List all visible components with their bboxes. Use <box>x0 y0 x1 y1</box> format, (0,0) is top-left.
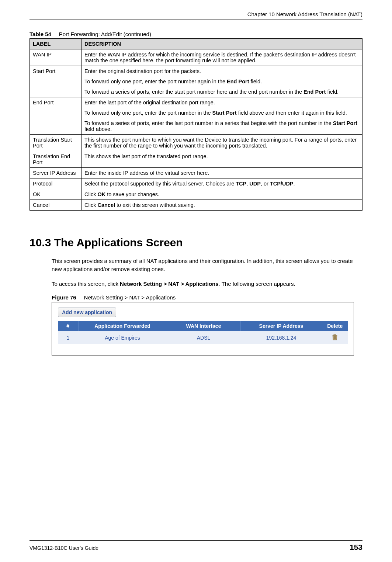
bold-span: End Port <box>303 89 326 95</box>
th-num: # <box>58 321 78 331</box>
text-span: field above and then enter it again in t… <box>237 110 347 116</box>
bold-span: Cancel <box>97 202 115 208</box>
table-row: Translation End Port This shows the last… <box>30 151 362 168</box>
figure76-caption-text: Network Setting > NAT > Applications <box>84 294 176 301</box>
text-span: field. <box>326 89 339 95</box>
text-span: Select the protocol supported by this vi… <box>84 181 236 187</box>
text-span: field above. <box>84 126 112 132</box>
row-desc: Click Cancel to exit this screen without… <box>81 200 362 211</box>
table-row: Server IP Address Enter the inside IP ad… <box>30 168 362 178</box>
table54-caption-sep <box>53 31 58 37</box>
th-app-forwarded: Application Forwarded <box>78 321 167 331</box>
cell-ip: 192.168.1.24 <box>240 331 322 344</box>
text-span: . <box>294 181 295 187</box>
desc-para: To forward a series of ports, enter the … <box>84 89 359 95</box>
row-label: Protocol <box>30 178 81 189</box>
row-desc: Enter the WAN IP address for which the i… <box>81 49 362 66</box>
table54: LABEL DESCRIPTION WAN IP Enter the WAN I… <box>30 38 362 211</box>
bold-span: End Port <box>227 79 249 84</box>
row-label: Server IP Address <box>30 168 81 178</box>
table-row: Protocol Select the protocol supported b… <box>30 178 362 189</box>
section-para: To access this screen, click Network Set… <box>52 280 362 288</box>
table-row: Start Port Enter the original destinatio… <box>30 66 362 97</box>
row-desc: Enter the inside IP address of the virtu… <box>81 168 362 178</box>
section-heading: 10.3 The Applications Screen <box>30 236 362 249</box>
row-desc: Click OK to save your changes. <box>81 189 362 200</box>
text-span: . The following screen appears. <box>219 281 295 287</box>
table54-caption-prefix: Table 54 <box>30 31 51 37</box>
bold-span: Start Port <box>212 110 237 116</box>
row-label: WAN IP <box>30 49 81 66</box>
table54-caption-text: Port Forwarding: Add/Edit (continued) <box>59 31 151 37</box>
bold-span: OK <box>97 191 105 197</box>
text-span: To forward only one port, enter the port… <box>84 79 227 84</box>
figure76-caption: Figure 76 Network Setting > NAT > Applic… <box>52 294 362 301</box>
row-desc: Enter the last port of the original dest… <box>81 97 362 135</box>
footer-rule <box>30 540 362 541</box>
row-label: Cancel <box>30 200 81 211</box>
th-wan-interface: WAN Interface <box>167 321 240 331</box>
footer: VMG1312-B10C User's Guide 153 <box>30 540 362 552</box>
figure76-caption-sep <box>78 294 83 301</box>
text-span: Click <box>84 191 97 197</box>
section-para: This screen provides a summary of all NA… <box>52 257 362 273</box>
cell-app: Age of Empires <box>78 331 167 344</box>
row-label: Translation End Port <box>30 151 81 168</box>
footer-guide: VMG1312-B10C User's Guide <box>30 545 98 551</box>
trash-icon[interactable] <box>332 334 338 341</box>
desc-para: To forward only one port, enter the port… <box>84 79 359 84</box>
app-table-row: 1 Age of Empires ADSL 192.168.1.24 <box>58 331 348 344</box>
desc-para: To forward only one port, enter the port… <box>84 110 359 116</box>
page-number: 153 <box>350 543 362 552</box>
figure76-screenshot: Add new application # Application Forwar… <box>52 302 354 355</box>
row-label: OK <box>30 189 81 200</box>
bold-span: Start Port <box>333 120 357 126</box>
header-rule <box>30 20 362 20</box>
desc-para: Enter the original destination port for … <box>84 68 359 74</box>
row-label: Translation Start Port <box>30 135 81 151</box>
row-desc: This shows the last port of the translat… <box>81 151 362 168</box>
row-label: Start Port <box>30 66 81 97</box>
bold-span: Network Setting > NAT > Applications <box>120 281 219 287</box>
cell-delete <box>322 331 348 344</box>
bold-span: TCP/UDP <box>270 181 294 187</box>
chapter-header: Chapter 10 Network Address Translation (… <box>30 11 362 17</box>
desc-para: Enter the last port of the original dest… <box>84 100 359 105</box>
th-description: DESCRIPTION <box>81 39 362 49</box>
table-row: End Port Enter the last port of the orig… <box>30 97 362 135</box>
text-span: field. <box>249 79 262 84</box>
row-label: End Port <box>30 97 81 135</box>
applications-table: # Application Forwarded WAN Interface Se… <box>58 321 348 344</box>
row-desc: This shows the port number to which you … <box>81 135 362 151</box>
cell-wan: ADSL <box>167 331 240 344</box>
th-label: LABEL <box>30 39 81 49</box>
section-body: This screen provides a summary of all NA… <box>52 257 362 355</box>
cell-num: 1 <box>58 331 78 344</box>
table-row: WAN IP Enter the WAN IP address for whic… <box>30 49 362 66</box>
text-span: to exit this screen without saving. <box>115 202 195 208</box>
desc-para: To forward a series of ports, enter the … <box>84 120 359 132</box>
text-span: , or <box>261 181 270 187</box>
add-new-application-button[interactable]: Add new application <box>58 308 116 317</box>
th-server-ip: Server IP Address <box>240 321 322 331</box>
text-span: to save your changes. <box>105 191 159 197</box>
bold-span: TCP <box>236 181 246 187</box>
figure76-caption-prefix: Figure 76 <box>52 294 76 301</box>
table54-caption: Table 54 Port Forwarding: Add/Edit (cont… <box>30 31 362 37</box>
table-row: Cancel Click Cancel to exit this screen … <box>30 200 362 211</box>
text-span: To access this screen, click <box>52 281 120 287</box>
th-delete: Delete <box>322 321 348 331</box>
bold-span: UDP <box>249 181 261 187</box>
table-row: OK Click OK to save your changes. <box>30 189 362 200</box>
text-span: Click <box>84 202 97 208</box>
row-desc: Select the protocol supported by this vi… <box>81 178 362 189</box>
text-span: To forward only one port, enter the port… <box>84 110 212 116</box>
row-desc: Enter the original destination port for … <box>81 66 362 97</box>
text-span: To forward a series of ports, enter the … <box>84 89 303 95</box>
text-span: To forward a series of ports, enter the … <box>84 120 333 126</box>
table-row: Translation Start Port This shows the po… <box>30 135 362 151</box>
